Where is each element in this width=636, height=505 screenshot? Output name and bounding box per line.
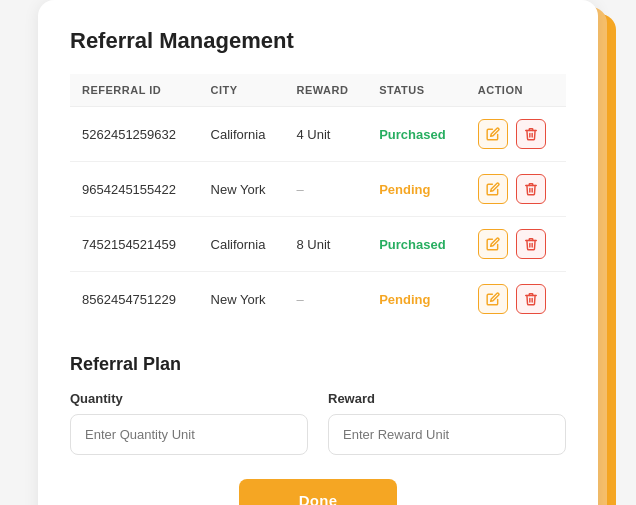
table-header: REFERRAL ID CITY REWARD STATUS ACTION bbox=[70, 74, 566, 107]
edit-button[interactable] bbox=[478, 229, 508, 259]
cell-referral-id: 96542451554​22 bbox=[70, 162, 199, 217]
cell-status: Purchased bbox=[367, 217, 466, 272]
trash-icon bbox=[524, 182, 538, 196]
cell-status: Purchased bbox=[367, 107, 466, 162]
quantity-input[interactable] bbox=[70, 414, 308, 455]
col-referral-id: REFERRAL ID bbox=[70, 74, 199, 107]
edit-icon bbox=[486, 292, 500, 306]
table-row: 85624547512​29 New York – Pending bbox=[70, 272, 566, 327]
main-card: Referral Management REFERRAL ID CITY REW… bbox=[38, 0, 598, 505]
col-status: STATUS bbox=[367, 74, 466, 107]
edit-icon bbox=[486, 237, 500, 251]
cell-city: New York bbox=[199, 272, 285, 327]
edit-button[interactable] bbox=[478, 174, 508, 204]
reward-label: Reward bbox=[328, 391, 566, 406]
delete-button[interactable] bbox=[516, 229, 546, 259]
cell-city: California bbox=[199, 217, 285, 272]
edit-button[interactable] bbox=[478, 284, 508, 314]
col-city: CITY bbox=[199, 74, 285, 107]
quantity-group: Quantity bbox=[70, 391, 308, 455]
trash-icon bbox=[524, 127, 538, 141]
cell-status: Pending bbox=[367, 162, 466, 217]
edit-icon bbox=[486, 127, 500, 141]
cell-city: California bbox=[199, 107, 285, 162]
cell-reward: – bbox=[285, 272, 368, 327]
form-row: Quantity Reward bbox=[70, 391, 566, 455]
quantity-label: Quantity bbox=[70, 391, 308, 406]
col-action: ACTION bbox=[466, 74, 566, 107]
cell-referral-id: 85624547512​29 bbox=[70, 272, 199, 327]
card-title: Referral Management bbox=[70, 28, 566, 54]
cell-reward: 4 Unit bbox=[285, 107, 368, 162]
referral-table: REFERRAL ID CITY REWARD STATUS ACTION 52… bbox=[70, 74, 566, 326]
cell-city: New York bbox=[199, 162, 285, 217]
trash-icon bbox=[524, 292, 538, 306]
edit-icon bbox=[486, 182, 500, 196]
cell-action bbox=[466, 107, 566, 162]
col-reward: REWARD bbox=[285, 74, 368, 107]
table-row: 96542451554​22 New York – Pending bbox=[70, 162, 566, 217]
cell-referral-id: 52624512596​32 bbox=[70, 107, 199, 162]
cell-referral-id: 74521545214​59 bbox=[70, 217, 199, 272]
cell-action bbox=[466, 162, 566, 217]
done-button-container: Done bbox=[70, 479, 566, 505]
cell-action bbox=[466, 272, 566, 327]
table-row: 52624512596​32 California 4 Unit Purchas… bbox=[70, 107, 566, 162]
done-button[interactable]: Done bbox=[239, 479, 398, 505]
trash-icon bbox=[524, 237, 538, 251]
outer-container: Referral Management REFERRAL ID CITY REW… bbox=[38, 0, 598, 505]
delete-button[interactable] bbox=[516, 284, 546, 314]
delete-button[interactable] bbox=[516, 119, 546, 149]
table-row: 74521545214​59 California 8 Unit Purchas… bbox=[70, 217, 566, 272]
cell-reward: – bbox=[285, 162, 368, 217]
delete-button[interactable] bbox=[516, 174, 546, 204]
table-body: 52624512596​32 California 4 Unit Purchas… bbox=[70, 107, 566, 327]
cell-status: Pending bbox=[367, 272, 466, 327]
edit-button[interactable] bbox=[478, 119, 508, 149]
referral-plan-title: Referral Plan bbox=[70, 354, 566, 375]
reward-input[interactable] bbox=[328, 414, 566, 455]
cell-action bbox=[466, 217, 566, 272]
reward-group: Reward bbox=[328, 391, 566, 455]
cell-reward: 8 Unit bbox=[285, 217, 368, 272]
